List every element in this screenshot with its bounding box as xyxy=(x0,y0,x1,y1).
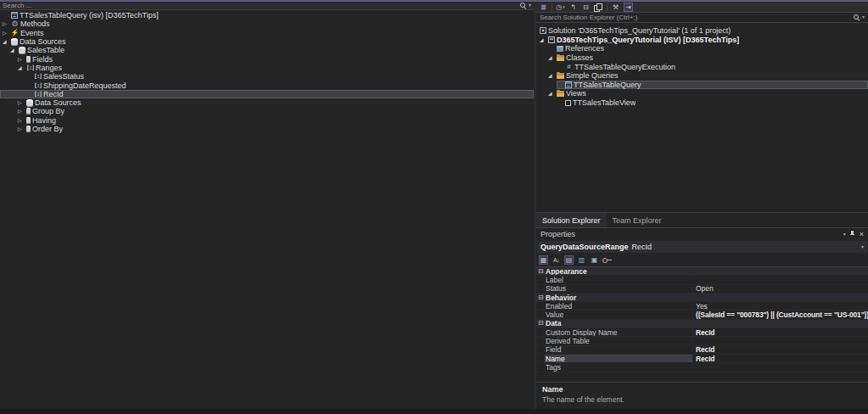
property-label: Value xyxy=(545,310,692,318)
close-icon[interactable]: × xyxy=(860,230,864,238)
tree-item-references[interactable]: References xyxy=(536,44,868,53)
messages-icon[interactable]: ▣ xyxy=(590,255,599,265)
solution-explorer-search-box[interactable]: Search Solution Explorer (Ctrl+;) ▾ xyxy=(536,13,868,23)
chevron-down-icon[interactable]: ▾ xyxy=(527,2,531,9)
properties-icon[interactable]: ▤ xyxy=(564,255,574,265)
tree-item-label: Data Sources xyxy=(20,37,66,46)
tree-item-d365techtips-querytutorial-isv-d365techtips[interactable]: ◢D365TechTips_QueryTutorial (ISV) [D365T… xyxy=(536,36,868,45)
property-row-enabled[interactable]: EnabledYes xyxy=(536,302,868,310)
expanded-chevron-icon[interactable]: ◢ xyxy=(18,64,25,71)
collapse-box-icon[interactable]: ⊟ xyxy=(536,294,545,301)
property-row-label[interactable]: Label xyxy=(536,276,868,284)
property-value[interactable]: ((SalesId == "000783") || (CustAccount =… xyxy=(692,310,868,318)
property-value[interactable]: RecId xyxy=(692,355,868,362)
property-row-value[interactable]: Value((SalesId == "000783") || (CustAcco… xyxy=(536,310,868,319)
tree-item-fields[interactable]: ▷Fields xyxy=(0,54,534,63)
property-value[interactable]: RecId xyxy=(692,328,868,336)
tab-solution-explorer[interactable]: Solution Explorer xyxy=(536,213,607,227)
events-icon[interactable]: ▥ xyxy=(577,255,586,265)
categorized-icon[interactable]: ▦ xyxy=(539,255,548,265)
preview-selected-items-icon[interactable]: ⇥ xyxy=(624,3,633,12)
property-value[interactable]: Yes xyxy=(692,302,868,310)
tree-item-ttsalestableview[interactable]: TTSalesTableView xyxy=(536,98,868,108)
tree-item-having[interactable]: ▷Having xyxy=(0,116,534,125)
show-all-files-icon[interactable] xyxy=(594,3,603,12)
property-label: Field xyxy=(545,346,692,354)
property-value[interactable] xyxy=(692,276,868,283)
solutions-views-icon[interactable]: ≣ xyxy=(539,3,548,12)
tree-item-data-sources[interactable]: ◢Data Sources xyxy=(0,37,534,46)
tree-item-ttsalestablequery-isv-d365techtips[interactable]: TTSalesTableQuery (isv) [D365TechTips] xyxy=(0,11,534,20)
tree-item-views[interactable]: ◢Views xyxy=(536,89,868,98)
expanded-chevron-icon[interactable]: ◢ xyxy=(10,47,17,53)
tree-item-group-by[interactable]: ▷Group By xyxy=(0,107,534,115)
property-value[interactable] xyxy=(692,363,868,371)
tree-item-order-by[interactable]: ▷Order By xyxy=(0,125,534,133)
property-value[interactable]: Open xyxy=(692,285,868,293)
tree-item-ranges[interactable]: ◢Ranges xyxy=(0,64,534,72)
property-row-status[interactable]: StatusOpen xyxy=(536,285,868,294)
chevron-down-icon[interactable]: ▾ xyxy=(860,14,865,21)
tree-item-classes[interactable]: ◢Classes xyxy=(536,53,868,63)
collapse-all-icon[interactable]: ⊟ xyxy=(581,3,591,12)
properties-wrench-icon[interactable]: ⚒ xyxy=(611,3,620,12)
expanded-chevron-icon[interactable]: ◢ xyxy=(548,54,555,61)
window-position-icon[interactable]: ▾ xyxy=(842,231,846,238)
sync-with-active-document-icon[interactable]: ↰ xyxy=(568,3,578,12)
tree-item-label: TTSalesTableQueryExecution xyxy=(574,63,675,71)
tree-item-simple-queries[interactable]: ◢Simple Queries xyxy=(536,71,868,81)
property-row-derived-table[interactable]: Derived Table xyxy=(536,337,868,345)
chevron-down-icon[interactable]: ▾ xyxy=(860,243,864,251)
tree-item-ttsalestablequery[interactable]: TTSalesTableQuery xyxy=(536,81,868,90)
property-value[interactable]: RecId xyxy=(692,346,868,354)
property-value[interactable] xyxy=(692,337,868,344)
alphabetical-icon[interactable]: A↓ xyxy=(552,255,561,265)
expanded-chevron-icon[interactable]: ◢ xyxy=(548,90,555,97)
window-bottom-edge xyxy=(0,409,868,414)
property-category-data[interactable]: ⊟Data xyxy=(536,320,868,328)
collapsed-chevron-icon[interactable]: ▷ xyxy=(18,117,25,124)
dock-bottom-tabs: Solution Explorer Team Explorer xyxy=(536,212,868,227)
collapse-box-icon[interactable]: ⊟ xyxy=(536,320,545,327)
properties-object-dropdown[interactable]: QueryDataSourceRange RecId ▾ xyxy=(537,241,867,253)
tree-item-methods[interactable]: ▷Methods xyxy=(0,20,534,28)
property-row-field[interactable]: FieldRecId xyxy=(536,346,868,355)
tree-item-shippingdaterequested[interactable]: ShippingDateRequested xyxy=(0,81,534,89)
expanded-chevron-icon[interactable]: ◢ xyxy=(540,36,546,43)
designer-search-box[interactable]: Search ... ▾ xyxy=(0,2,534,10)
expanded-chevron-icon[interactable]: ◢ xyxy=(548,72,555,79)
tab-team-explorer[interactable]: Team Explorer xyxy=(607,213,668,227)
solution-icon xyxy=(540,27,546,34)
tree-item-ttsalestablequeryexecution[interactable]: TTSalesTableQueryExecution xyxy=(536,62,868,71)
tree-item-solution-d365techtips-querytutorial-1-of-1-project[interactable]: Solution 'D365TechTips_QueryTutorial' (1… xyxy=(536,26,868,36)
collapsed-chevron-icon[interactable]: ▷ xyxy=(3,20,9,27)
collapsed-chevron-icon[interactable]: ▷ xyxy=(18,108,25,115)
events-lightning-icon xyxy=(11,29,19,36)
key-icon[interactable] xyxy=(602,255,613,265)
tree-item-salestable[interactable]: ◢SalesTable xyxy=(0,46,534,54)
pin-icon[interactable] xyxy=(849,230,856,238)
open-files-filter-icon[interactable]: ◷ xyxy=(556,3,565,12)
property-row-custom-display-name[interactable]: Custom Display NameRecId xyxy=(536,328,868,337)
tree-item-data-sources[interactable]: ▷Data Sources xyxy=(0,98,534,107)
designer-search-placeholder: Search ... xyxy=(3,2,519,9)
tree-item-recid[interactable]: RecId xyxy=(0,90,534,98)
property-category-behavior[interactable]: ⊟Behavior xyxy=(536,294,868,302)
expanded-chevron-icon[interactable]: ◢ xyxy=(3,38,9,45)
collapsed-chevron-icon[interactable]: ▷ xyxy=(18,56,25,63)
property-category-appearance[interactable]: ⊟Appearance xyxy=(536,267,868,276)
property-row-name[interactable]: NameRecId xyxy=(536,355,868,363)
collapsed-chevron-icon[interactable]: ▷ xyxy=(3,30,9,36)
tree-indent xyxy=(0,116,18,125)
collapsed-chevron-icon[interactable]: ▷ xyxy=(18,126,25,132)
tree-item-label: Fields xyxy=(32,55,53,64)
search-icon[interactable] xyxy=(519,2,527,9)
tree-item-salesstatus[interactable]: SalesStatus xyxy=(0,72,534,81)
property-row-tags[interactable]: Tags xyxy=(536,363,868,372)
collapse-box-icon[interactable]: ⊟ xyxy=(536,267,545,275)
tree-item-events[interactable]: ▷Events xyxy=(0,29,534,37)
collapsed-chevron-icon[interactable]: ▷ xyxy=(18,99,25,106)
property-category-label: Data xyxy=(545,320,868,327)
search-icon[interactable] xyxy=(853,14,860,21)
tree-indent xyxy=(536,44,548,53)
